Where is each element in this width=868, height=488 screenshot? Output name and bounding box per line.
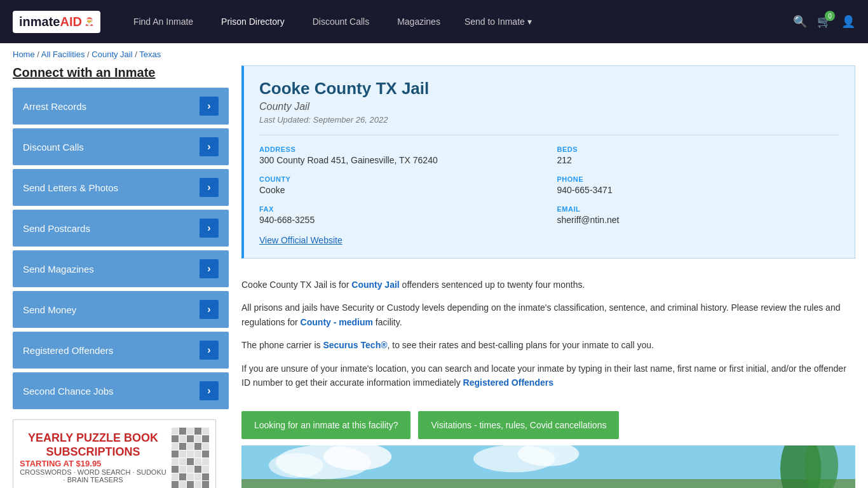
main-container: Connect with an Inmate Arrest Records › … — [0, 65, 868, 488]
email-section: EMAIL sheriff@ntin.net — [557, 205, 840, 225]
arrow-icon: › — [200, 300, 219, 319]
nav-links: Find An Inmate Prison Directory Discount… — [119, 0, 793, 43]
desc-para3: The phone carrier is Securus Tech®, to s… — [241, 338, 855, 352]
sidebar-item-label: Send Money — [23, 304, 76, 315]
sidebar-item-second-chance-jobs[interactable]: Second Chance Jobs › — [13, 372, 229, 409]
arrow-icon: › — [200, 97, 219, 116]
logo-text: inmateAID — [19, 15, 82, 29]
phone-value: 940-665-3471 — [557, 185, 840, 195]
desc-para3-prefix: The phone carrier is — [241, 340, 323, 350]
action-buttons: Looking for an inmate at this facility? … — [241, 411, 855, 439]
nav-find-inmate[interactable]: Find An Inmate — [119, 0, 207, 43]
facility-type: County Jail — [259, 101, 839, 112]
registered-offenders-link[interactable]: Registered Offenders — [463, 377, 553, 388]
nav-magazines[interactable]: Magazines — [383, 0, 454, 43]
ad-title: YEARLY PUZZLE BOOKSUBSCRIPTIONS — [20, 431, 166, 459]
sidebar-item-arrest-records[interactable]: Arrest Records › — [13, 88, 229, 125]
svg-point-3 — [269, 454, 323, 478]
fax-section: FAX 940-668-3255 — [259, 205, 542, 225]
facility-updated: Last Updated: September 26, 2022 — [259, 115, 839, 125]
facility-card: Cooke County TX Jail County Jail Last Up… — [241, 65, 855, 259]
looking-for-inmate-button[interactable]: Looking for an inmate at this facility? — [241, 411, 410, 439]
county-medium-link[interactable]: County - medium — [301, 317, 373, 327]
beds-value: 212 — [557, 155, 840, 165]
logo-container[interactable]: inmateAID 🎅 — [13, 11, 100, 33]
breadcrumb-texas[interactable]: Texas — [139, 50, 161, 59]
arrow-icon: › — [200, 137, 219, 156]
navbar: inmateAID 🎅 Find An Inmate Prison Direct… — [0, 0, 868, 43]
sidebar-item-label: Arrest Records — [23, 101, 86, 112]
ad-subtitle: CROSSWORDS · WORD SEARCH · SUDOKU · BRAI… — [20, 468, 166, 484]
breadcrumb-county-jail[interactable]: County Jail — [92, 50, 132, 59]
arrow-icon: › — [200, 341, 219, 360]
phone-label: PHONE — [557, 175, 840, 183]
address-label: ADDRESS — [259, 146, 542, 153]
sidebar-item-send-letters[interactable]: Send Letters & Photos › — [13, 169, 229, 206]
desc-para3-suffix: , to see their rates and best-calling pl… — [388, 340, 654, 350]
email-value: sheriff@ntin.net — [557, 215, 840, 225]
logo-aid: AID — [60, 15, 81, 29]
bottom-image — [241, 445, 855, 488]
county-label: COUNTY — [259, 175, 542, 183]
sidebar-item-label: Registered Offenders — [23, 345, 113, 356]
arrow-icon: › — [200, 178, 219, 197]
sidebar-item-send-money[interactable]: Send Money › — [13, 291, 229, 328]
securus-link[interactable]: Securus Tech® — [323, 340, 387, 350]
email-label: EMAIL — [557, 205, 840, 213]
sidebar-item-label: Discount Calls — [23, 142, 84, 152]
county-jail-link[interactable]: County Jail — [351, 280, 399, 290]
desc-para2-suffix: facility. — [373, 317, 402, 327]
sidebar: Connect with an Inmate Arrest Records › … — [13, 65, 229, 488]
beds-label: BEDS — [557, 146, 840, 153]
facility-details: ADDRESS 300 County Road 451, Gainesville… — [259, 135, 839, 225]
sidebar-menu: Arrest Records › Discount Calls › Send L… — [13, 88, 229, 409]
address-value: 300 County Road 451, Gainesville, TX 762… — [259, 155, 542, 165]
address-section: ADDRESS 300 County Road 451, Gainesville… — [259, 146, 542, 165]
facility-name: Cooke County TX Jail — [259, 79, 839, 98]
nav-prison-directory[interactable]: Prison Directory — [207, 0, 299, 43]
description-section: Cooke County TX Jail is for County Jail … — [241, 271, 855, 405]
county-section: COUNTY Cooke — [259, 175, 542, 195]
fax-label: FAX — [259, 205, 542, 213]
breadcrumb-home[interactable]: Home — [13, 50, 35, 59]
user-icon: 👤 — [841, 15, 855, 28]
sidebar-item-label: Send Letters & Photos — [23, 182, 118, 193]
county-value: Cooke — [259, 185, 542, 195]
desc-para1: Cooke County TX Jail is for County Jail … — [241, 278, 855, 292]
sidebar-item-label: Second Chance Jobs — [23, 386, 114, 396]
desc-para1-prefix: Cooke County TX Jail is for — [241, 280, 351, 290]
desc-para1-suffix: offenders sentenced up to twenty four mo… — [400, 280, 585, 290]
svg-rect-6 — [241, 480, 855, 488]
sidebar-item-registered-offenders[interactable]: Registered Offenders › — [13, 332, 229, 369]
desc-para4: If you are unsure of your inmate's locat… — [241, 362, 855, 390]
nav-icons: 🔍 🛒 0 👤 — [793, 15, 855, 29]
official-website-link[interactable]: View Official Website — [259, 235, 342, 245]
sidebar-item-send-postcards[interactable]: Send Postcards › — [13, 210, 229, 247]
desc-para2: All prisons and jails have Security or C… — [241, 301, 855, 329]
svg-point-8 — [804, 445, 838, 488]
sky-image — [241, 445, 855, 488]
user-button[interactable]: 👤 — [841, 15, 855, 29]
breadcrumb-all-facilities[interactable]: All Facilities — [41, 50, 85, 59]
arrow-icon: › — [200, 219, 219, 238]
search-icon: 🔍 — [793, 15, 807, 28]
cart-button[interactable]: 🛒 0 — [817, 15, 831, 29]
visitations-button[interactable]: Visitations - times, rules, Covid cancel… — [418, 411, 619, 439]
nav-send-to-inmate[interactable]: Send to Inmate ▾ — [454, 0, 542, 43]
beds-section: BEDS 212 — [557, 146, 840, 165]
sidebar-item-label: Send Magazines — [23, 264, 94, 274]
nav-discount-calls[interactable]: Discount Calls — [299, 0, 383, 43]
breadcrumb: Home / All Facilities / County Jail / Te… — [0, 43, 868, 65]
sidebar-item-label: Send Postcards — [23, 223, 90, 234]
ad-price: STARTING AT $19.95 — [20, 459, 166, 468]
sidebar-title: Connect with an Inmate — [13, 65, 229, 80]
sidebar-item-discount-calls[interactable]: Discount Calls › — [13, 128, 229, 165]
logo-hat-icon: 🎅 — [85, 17, 94, 26]
search-button[interactable]: 🔍 — [793, 15, 807, 29]
cart-badge: 0 — [825, 11, 835, 21]
main-content: Cooke County TX Jail County Jail Last Up… — [241, 65, 855, 488]
fax-value: 940-668-3255 — [259, 215, 542, 225]
phone-section: PHONE 940-665-3471 — [557, 175, 840, 195]
sidebar-ad[interactable]: YEARLY PUZZLE BOOKSUBSCRIPTIONS STARTING… — [13, 419, 216, 488]
sidebar-item-send-magazines[interactable]: Send Magazines › — [13, 250, 229, 287]
